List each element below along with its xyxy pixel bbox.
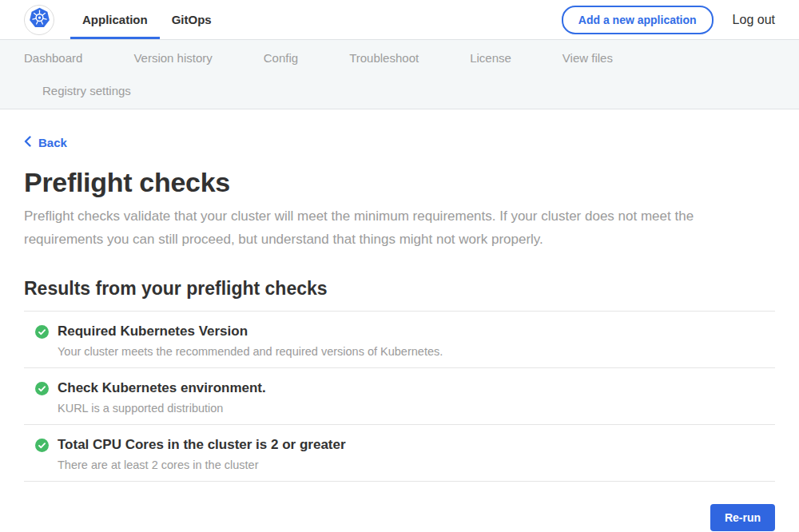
preflight-check-row: Required Kubernetes Version Your cluster… xyxy=(24,312,775,368)
check-title: Check Kubernetes environment. xyxy=(58,380,266,396)
preflight-check-row: Total CPU Cores in the cluster is 2 or g… xyxy=(24,425,775,482)
subnav-item-version-history[interactable]: Version history xyxy=(133,42,212,74)
tab-application[interactable]: Application xyxy=(70,0,160,39)
subnav-item-dashboard[interactable]: Dashboard xyxy=(24,42,82,74)
subnav-item-config[interactable]: Config xyxy=(264,42,298,74)
check-text: Total CPU Cores in the cluster is 2 or g… xyxy=(58,437,346,471)
page-title: Preflight checks xyxy=(24,167,775,198)
back-link[interactable]: Back xyxy=(24,136,67,149)
subnav-item-registry-settings[interactable]: Registry settings xyxy=(42,74,131,107)
tab-application-label: Application xyxy=(82,13,148,26)
check-message: Your cluster meets the recommended and r… xyxy=(58,345,443,358)
subnav-item-view-files[interactable]: View files xyxy=(562,42,613,74)
check-text: Required Kubernetes Version Your cluster… xyxy=(58,324,443,358)
subnav-item-license[interactable]: License xyxy=(470,42,511,74)
kubernetes-icon xyxy=(29,7,50,32)
tab-gitops[interactable]: GitOps xyxy=(160,0,224,39)
check-circle-icon xyxy=(35,325,49,358)
footer-actions: Re-run xyxy=(24,504,775,531)
check-circle-icon xyxy=(35,382,49,415)
check-text: Check Kubernetes environment. KURL is a … xyxy=(58,380,266,415)
preflight-results-list: Required Kubernetes Version Your cluster… xyxy=(24,311,775,482)
check-title: Required Kubernetes Version xyxy=(58,324,443,339)
app-logo[interactable] xyxy=(24,5,54,35)
preflight-check-row: Check Kubernetes environment. KURL is a … xyxy=(24,368,775,425)
header-actions: Add a new application Log out xyxy=(562,0,775,39)
check-message: KURL is a supported distribution xyxy=(58,402,266,415)
main-content: Back Preflight checks Preflight checks v… xyxy=(0,109,799,531)
rerun-button[interactable]: Re-run xyxy=(710,504,775,531)
tab-gitops-label: GitOps xyxy=(172,13,212,26)
app-subnav: Dashboard Version history Config Trouble… xyxy=(0,40,799,109)
subnav-item-troubleshoot[interactable]: Troubleshoot xyxy=(349,42,419,74)
check-title: Total CPU Cores in the cluster is 2 or g… xyxy=(58,437,346,453)
results-heading: Results from your preflight checks xyxy=(24,278,775,300)
chevron-left-icon xyxy=(24,136,31,149)
top-header: Application GitOps Add a new application… xyxy=(0,0,799,40)
primary-tabs: Application GitOps xyxy=(70,0,224,39)
check-circle-icon xyxy=(35,439,49,471)
add-application-button[interactable]: Add a new application xyxy=(562,6,714,34)
logout-link[interactable]: Log out xyxy=(733,13,775,27)
page-description: Preflight checks validate that your clus… xyxy=(24,204,759,251)
check-message: There are at least 2 cores in the cluste… xyxy=(58,459,346,471)
back-link-label: Back xyxy=(38,136,67,149)
